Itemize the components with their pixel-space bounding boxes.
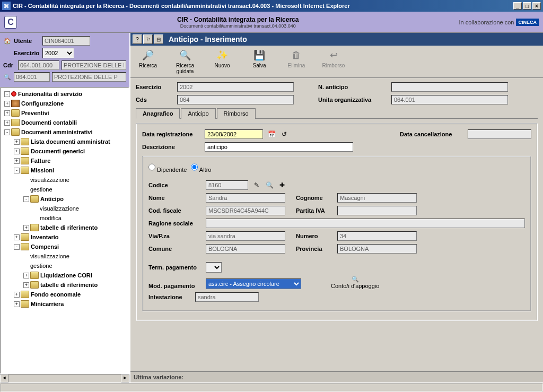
expand-icon[interactable]: - xyxy=(4,129,10,135)
dipendente-radio[interactable]: Dipendente xyxy=(148,162,187,173)
pin-button[interactable]: ⚐ xyxy=(143,34,153,44)
tree-label: Documenti amministrativi xyxy=(21,129,92,135)
expand-icon[interactable]: - xyxy=(14,168,20,173)
tree-node[interactable]: -Missioni xyxy=(2,165,127,175)
elimina-button[interactable]: 🗑 Elimina xyxy=(283,49,310,74)
fld-icon xyxy=(30,195,39,203)
scroll-right-button[interactable]: ► xyxy=(121,374,129,382)
tree-label: Funzionalita di servizio xyxy=(18,91,82,97)
tab-bar: Anagrafico Anticipo Rimborso xyxy=(136,108,538,119)
rimborso-button[interactable]: ↩ Rimborso xyxy=(320,49,347,74)
tab-anagrafico[interactable]: Anagrafico xyxy=(136,108,180,119)
minimize-button[interactable]: _ xyxy=(513,2,522,10)
descrizione-field[interactable] xyxy=(205,142,353,152)
reset-date-icon[interactable]: ↺ xyxy=(280,130,288,138)
expand-icon[interactable]: + xyxy=(14,158,20,164)
expand-icon[interactable]: + xyxy=(23,225,29,231)
tree-node[interactable]: -Anticipo xyxy=(2,194,127,204)
tree-node[interactable]: +tabelle di riferimento xyxy=(2,280,127,290)
expand-icon[interactable]: + xyxy=(14,234,20,240)
tree-label: Compensi xyxy=(31,243,59,250)
expand-icon[interactable]: + xyxy=(14,292,20,298)
tree-node[interactable]: modifica xyxy=(2,213,127,223)
binoculars-icon[interactable]: 🔍 xyxy=(3,74,12,81)
tree-node[interactable]: gestione xyxy=(2,261,127,271)
expand-icon[interactable]: + xyxy=(14,301,20,307)
tree-node[interactable]: +tabelle di riferimento xyxy=(2,223,127,232)
cdr-desc-field xyxy=(62,60,126,70)
cds-label: Cds xyxy=(136,97,173,103)
expand-icon[interactable]: + xyxy=(23,273,29,278)
tree-label: tabelle di riferimento xyxy=(40,224,98,231)
expand-icon[interactable]: + xyxy=(23,282,29,288)
tree-node[interactable]: +Fatture xyxy=(2,156,127,165)
data-reg-field[interactable] xyxy=(205,129,263,139)
cdr-code-field xyxy=(18,60,59,70)
tree-node[interactable]: visualizzazione xyxy=(2,204,127,213)
expand-icon[interactable]: + xyxy=(4,110,10,116)
refund-icon: ↩ xyxy=(327,49,340,62)
scroll-left-button[interactable]: ◄ xyxy=(0,374,8,382)
expand-icon[interactable]: - xyxy=(23,196,29,202)
close-button[interactable]: × xyxy=(532,2,541,10)
termpag-select[interactable] xyxy=(206,262,222,273)
cf-field xyxy=(206,206,285,215)
restore-button[interactable]: □ xyxy=(523,2,531,10)
altro-radio[interactable]: Altro xyxy=(191,162,211,173)
expand-icon[interactable]: - xyxy=(4,91,10,97)
tree-node[interactable]: +Liquidazione CORI xyxy=(2,271,127,280)
tree-node[interactable]: gestione xyxy=(2,185,127,194)
cds-field xyxy=(177,95,294,104)
tree-scrollbar[interactable]: ◄ ► xyxy=(0,374,129,382)
navigation-tree[interactable]: -Funzionalita di servizio+Configurazione… xyxy=(0,87,129,374)
expand-icon[interactable]: + xyxy=(4,101,10,107)
comune-label: Comune xyxy=(148,246,202,252)
help-button[interactable]: ? xyxy=(133,34,142,44)
calendar-icon[interactable]: 📅 xyxy=(267,130,276,138)
fld-icon xyxy=(21,291,29,298)
conto-label: Conto/i d'appoggio xyxy=(331,283,379,289)
salva-button[interactable]: 💾 Salva xyxy=(246,49,273,74)
nome-label: Nome xyxy=(148,195,202,201)
esercizio-label2: Esercizio xyxy=(136,84,173,90)
tree-node[interactable]: -Documenti amministrativi xyxy=(2,127,127,137)
tree-node[interactable]: +Inventario xyxy=(2,232,127,242)
expand-icon[interactable]: + xyxy=(4,120,10,126)
expand-icon[interactable]: + xyxy=(14,149,20,154)
tree-label: Minicarriera xyxy=(31,301,64,307)
esercizio-select[interactable]: 2002 xyxy=(42,48,74,58)
tree-node[interactable]: +Lista documenti amministrat xyxy=(2,137,127,146)
tree-node[interactable]: visualizzazione xyxy=(2,175,127,185)
search-codice-icon[interactable]: 🔍 xyxy=(265,181,274,189)
ultima-variazione-label: Ultima variazione: xyxy=(130,371,543,382)
tree-label: Anticipo xyxy=(40,196,64,202)
fld-icon xyxy=(11,128,20,136)
esercizio-label: Esercizio xyxy=(14,50,40,56)
ricerca-guidata-button[interactable]: 🔍 Ricerca guidata xyxy=(172,49,198,74)
edit-codice-icon[interactable]: ✎ xyxy=(252,181,261,189)
tab-rimborso[interactable]: Rimborso xyxy=(217,108,256,119)
modpag-select[interactable]: ass.circ - Assegno circolare xyxy=(206,278,301,289)
new-codice-icon[interactable]: ✚ xyxy=(278,181,286,189)
ricerca-button[interactable]: 🔎 Ricerca xyxy=(135,49,161,74)
close-inner-button[interactable]: ⊟ xyxy=(154,34,163,44)
tree-node[interactable]: -Funzionalita di servizio xyxy=(2,89,127,99)
termpag-label: Term. pagamento xyxy=(148,264,202,271)
expand-icon[interactable]: + xyxy=(14,139,20,145)
tree-node[interactable]: +Documenti contabili xyxy=(2,118,127,127)
tree-label: gestione xyxy=(30,186,52,193)
tree-label: tabelle di riferimento xyxy=(40,282,98,288)
tree-node[interactable]: -Compensi xyxy=(2,242,127,251)
cf-label: Cod. fiscale xyxy=(148,207,202,214)
tree-node[interactable]: +Documenti generici xyxy=(2,146,127,156)
tab-anticipo[interactable]: Anticipo xyxy=(181,108,215,119)
tree-node[interactable]: +Minicarriera xyxy=(2,299,127,309)
tree-node[interactable]: +Preventivi xyxy=(2,108,127,118)
expand-icon[interactable]: - xyxy=(14,244,20,250)
nuovo-button[interactable]: ✨ Nuovo xyxy=(209,49,235,74)
tree-node[interactable]: +Configurazione xyxy=(2,99,127,108)
conto-search-icon[interactable]: 🔍 xyxy=(352,276,359,283)
tree-node[interactable]: visualizzazione xyxy=(2,251,127,261)
tree-node[interactable]: +Fondo economale xyxy=(2,290,127,299)
utente-label: Utente xyxy=(14,38,40,44)
